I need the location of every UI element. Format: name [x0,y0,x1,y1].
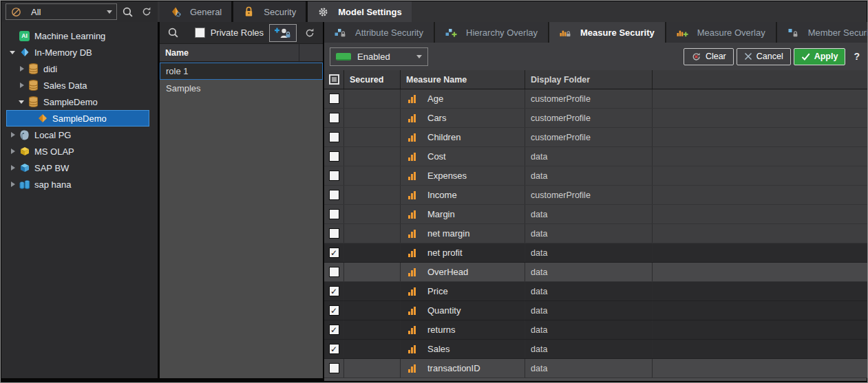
row-checkbox[interactable] [329,267,339,277]
display-folder: data [531,171,547,181]
measure-row[interactable]: Children customerProfile [324,128,868,147]
bars-icon [406,172,418,180]
row-checkbox[interactable] [329,94,339,104]
measure-row[interactable]: Age customerProfile [324,89,868,109]
tab-security[interactable]: Security [233,1,306,22]
tab-hierarchy-overlay[interactable]: Hierarchy Overlay [435,22,548,43]
cube-blue-icon [19,163,30,173]
measure-row[interactable]: ✓ net profit data [324,243,868,263]
expander-expanded-icon[interactable] [19,98,28,107]
measure-row[interactable]: transactionID data [324,359,868,378]
cancel-button[interactable]: Cancel [737,48,791,65]
row-checkbox[interactable] [329,171,339,181]
tree-item-sampledemo[interactable]: SampleDemo [6,110,149,127]
row-checkbox[interactable]: ✓ [329,344,339,354]
scope-dropdown[interactable]: All [6,3,117,20]
security-tab-bar: Attribute SecurityHierarchy OverlayMeasu… [324,22,868,43]
row-checkbox[interactable] [329,228,339,239]
measure-row[interactable]: Margin data [324,205,868,224]
column-header-secured[interactable]: Secured [344,70,401,89]
expander-expanded-icon[interactable] [10,48,19,57]
tree-item-sap-hana[interactable]: sap hana [6,176,149,193]
tree-item-label: Machine Learning [34,31,105,41]
tab-attribute-security[interactable]: Attribute Security [324,22,434,43]
row-checkbox[interactable] [329,190,339,200]
tree-item-ms-olap[interactable]: MS OLAP [6,143,149,160]
database-icon [28,63,39,74]
tree-item-label: Local PG [34,130,71,140]
row-checkbox[interactable] [329,132,339,142]
row-checkbox[interactable] [329,113,339,123]
tree-item-label: SampleDemo [52,113,107,124]
measure-name: OverHead [427,267,468,277]
row-checkbox[interactable] [329,363,339,373]
measure-row[interactable]: ✓ Quantity data [324,301,868,320]
measure-row[interactable]: Income customerProfile [324,186,868,205]
column-header-display-folder[interactable]: Display Folder [525,70,653,89]
column-header-measure-name[interactable]: Measure Name [401,70,525,89]
secured-cell [344,89,401,108]
secured-cell [344,205,401,223]
measure-row[interactable]: ✓ Sales data [324,340,868,359]
bars-icon [406,268,418,276]
expander-collapsed-icon[interactable] [10,132,19,138]
measure-row[interactable]: ✓ Price data [324,282,868,301]
secured-cell [344,282,401,300]
tree-item-local-pg[interactable]: Local PG [6,127,149,143]
row-checkbox[interactable]: ✓ [329,325,339,335]
measure-name: Children [427,132,461,142]
expander-collapsed-icon[interactable] [19,66,28,72]
row-checkbox[interactable] [329,209,339,219]
row-checkbox[interactable]: ✓ [329,305,339,316]
expander-collapsed-icon[interactable] [19,83,28,88]
help-button[interactable]: ? [854,51,860,62]
measure-row[interactable]: ✓ returns data [324,320,868,340]
grid-bottom-scrollbar[interactable] [324,378,867,381]
role-row-samples[interactable]: Samples [160,80,323,97]
status-dropdown[interactable]: Enabled [330,47,428,66]
memdb-icon [19,47,30,57]
tab-measure-security[interactable]: Measure Security [549,22,665,43]
measure-name: Cost [427,151,446,162]
bars-icon [406,249,418,257]
roles-search-button[interactable] [165,25,180,41]
display-folder: data [531,287,547,296]
tree-item-machine-learning[interactable]: AIMachine Learning [6,28,149,44]
tab-general[interactable]: General [160,1,231,22]
add-role-button[interactable] [269,24,297,42]
tree-item-in-memory-db[interactable]: In-Memory DB [6,44,149,61]
row-checkbox[interactable]: ✓ [329,248,339,258]
measure-row[interactable]: OverHead data [324,263,868,282]
clear-button[interactable]: Clear [684,48,734,65]
search-button[interactable] [120,4,135,19]
chevron-down-icon [107,10,112,17]
expander-collapsed-icon[interactable] [10,149,19,154]
role-row-role-1[interactable]: role 1 [160,63,323,80]
expander-collapsed-icon[interactable] [10,165,19,171]
measure-row[interactable]: Cost data [324,147,868,166]
squares-plus-icon [445,28,457,37]
secured-cell [344,186,401,204]
display-folder: data [531,248,547,258]
roles-refresh-button[interactable] [302,25,317,41]
row-checkbox[interactable] [329,151,339,162]
refresh-button[interactable] [139,4,154,19]
expander-collapsed-icon[interactable] [10,182,19,187]
tab-measure-overlay[interactable]: Measure Overlay [666,22,776,43]
private-roles-checkbox[interactable] [195,28,205,38]
tree-item-sap-bw[interactable]: SAP BW [6,160,149,176]
select-all-checkbox[interactable] [329,74,339,85]
app-window: All GeneralSecurityModel Settings AIMach… [0,0,868,383]
tree-item-sales-data[interactable]: Sales Data [6,77,149,94]
row-checkbox[interactable]: ✓ [329,286,339,296]
apply-button[interactable]: Apply [794,48,846,65]
measure-row[interactable]: net margin data [324,224,868,243]
tree-item-didi[interactable]: didi [6,61,149,77]
measure-row[interactable]: Cars customerProfile [324,109,868,128]
measure-row[interactable]: Expenses data [324,166,868,186]
enabled-status-swatch [336,53,351,61]
tree-item-label: SampleDemo [43,97,98,107]
tab-model-settings[interactable]: Model Settings [308,1,411,22]
tree-item-sampledemo[interactable]: SampleDemo [6,94,149,110]
tab-member-security[interactable]: Member Security [777,22,868,43]
